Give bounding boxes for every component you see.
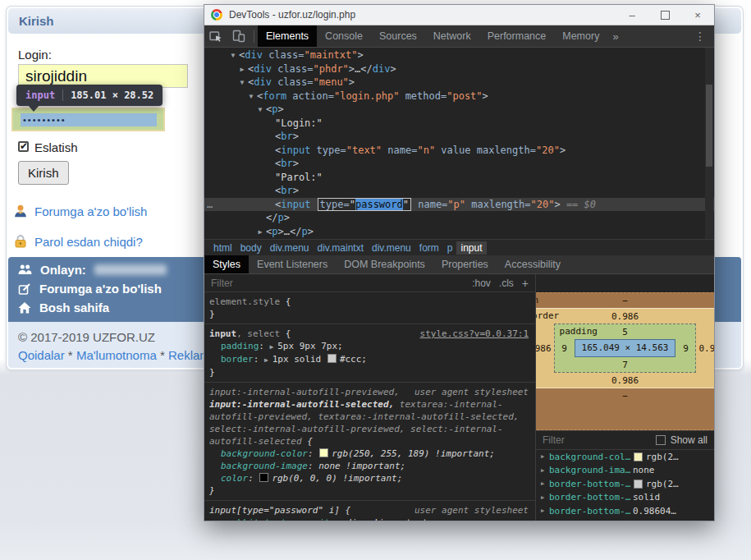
sidebar-tab-accessibility[interactable]: Accessibility [497,255,569,273]
footer-link[interactable]: Ma'lumotnoma [76,348,157,362]
login-label: Login: [18,48,52,62]
scrollbar-thumb[interactable] [706,85,712,167]
expand-arrow-icon[interactable]: ▶ [541,480,549,487]
panel-register-link[interactable]: Forumga a'zo bo'lish [39,282,162,296]
more-tabs-chevron[interactable]: » [607,30,623,43]
elements-tree-node[interactable]: ▶<p>…</p> [204,225,714,239]
chrome-icon [211,9,222,21]
close-button[interactable]: × [681,5,714,25]
expand-arrow-icon[interactable]: ▼ [246,90,256,104]
expand-arrow-icon[interactable]: ▶ [541,507,549,514]
expand-arrow-icon[interactable]: ▼ [255,103,265,117]
elements-tree-node[interactable]: <br> [204,157,714,171]
color-swatch[interactable] [634,452,643,461]
elements-tree-node[interactable]: <br> [204,184,714,198]
box-model-margin[interactable]: margin− − border0.986 0.986 padding5 9 [536,292,714,430]
breadcrumb-item[interactable]: p [443,241,457,255]
home-link[interactable]: Bosh sahifa [39,301,109,314]
breadcrumb-item[interactable]: div.maintxt [314,241,368,255]
lock-icon [13,234,28,249]
elements-tree-node[interactable]: </p> [204,211,714,225]
styles-filter-button[interactable]: + [522,277,529,290]
styles-filter-button[interactable]: .cls [499,278,514,289]
breadcrumb-item[interactable]: form [415,241,443,255]
remember-checkbox[interactable]: ✔ [18,141,29,152]
elements-tree-node[interactable]: "Parol:" [204,171,714,185]
computed-property-row[interactable]: ▶background-ima…none [536,464,714,478]
elements-tree-node[interactable]: ▼<div class="menu"> [204,76,714,90]
elements-tree-selected-node[interactable]: …<input type="password" name="p" maxleng… [204,198,714,212]
elements-tree-node[interactable]: ▼<p> [204,103,714,117]
minimize-button[interactable]: – [616,5,648,25]
computed-property-row[interactable]: ▶border-bottom-…rgb(2… [536,477,714,491]
color-swatch[interactable] [634,480,643,489]
show-all-checkbox[interactable] [656,435,666,445]
box-model-border[interactable]: border0.986 0.986 padding5 9 165.049 × 1… [536,308,714,388]
footer-link-separator: * [65,348,76,362]
login-submit-button[interactable]: Kirish [18,161,69,185]
sidebar-tab-styles[interactable]: Styles [204,255,249,273]
devtools-tab-elements[interactable]: Elements [258,25,317,47]
expand-arrow-icon[interactable]: ▶ [541,494,549,501]
show-all-label[interactable]: Show all [671,434,707,446]
sidebar-tab-dom-breakpoints[interactable]: DOM Breakpoints [336,255,433,273]
computed-property-row[interactable]: ▶border-bottom-…solid [536,491,714,505]
devtools-tab-network[interactable]: Network [425,25,479,47]
box-model-padding[interactable]: padding5 9 165.049 × 14.563 9 7 [554,324,697,373]
maximize-icon [661,11,670,20]
expand-arrow-icon[interactable]: ▼ [228,49,238,63]
elements-tree-node[interactable]: <input type="text" name="n" value maxlen… [204,144,714,158]
breadcrumb-item[interactable]: div.menu [266,241,314,255]
computed-property-row[interactable]: ▶background-col…rgb(2… [536,450,714,464]
elements-tree-node[interactable]: ▶<div class="phdr">…</div> [204,62,714,76]
color-swatch[interactable] [259,473,268,482]
device-toolbar-icon[interactable] [232,30,245,43]
breadcrumb-item[interactable]: body [236,241,266,255]
devtools-tab-memory[interactable]: Memory [554,25,607,47]
elements-tree-node[interactable]: ▼<form action="login.php" method="post"> [204,90,714,103]
css-rule-block[interactable]: input, select {style.css?v=0.0.37:1paddi… [204,324,535,383]
box-model-content[interactable]: 165.049 × 14.563 [575,339,676,357]
styles-filter-input[interactable]: Filter [211,278,464,289]
stylesheet-source-link[interactable]: style.css?v=0.0.37:1 [420,328,532,340]
tooltip-caret [28,105,39,112]
elements-tree-node[interactable]: "Login:" [204,117,714,131]
sidebar-tab-event-listeners[interactable]: Event Listeners [249,255,336,273]
devtools-titlebar[interactable]: DevTools - uzfor.uz/login.php – × [204,5,714,25]
devtools-tab-console[interactable]: Console [317,25,371,47]
remember-label[interactable]: Eslatish [34,140,78,154]
styles-filter-button[interactable]: :hov [472,278,491,289]
elements-tree-node[interactable]: ▼<div class="maintxt"> [204,48,714,62]
devtools-menu-kebab-icon[interactable]: ⋮ [686,30,714,43]
devtools-tab-sources[interactable]: Sources [371,25,425,47]
expand-arrow-icon[interactable]: ▶ [237,63,247,77]
breadcrumb-item[interactable]: input [456,241,486,255]
sidebar-tab-properties[interactable]: Properties [433,255,497,273]
css-rule-block[interactable]: input[type="password" i] {user agent sty… [204,501,535,521]
computed-property-name: border-bottom-… [549,492,633,503]
expand-arrow-icon[interactable]: ▶ [541,467,549,474]
footer-link[interactable]: Qoidalar [18,348,65,362]
computed-pane: margin− − border0.986 0.986 padding5 9 [536,274,714,521]
color-swatch[interactable] [327,354,337,363]
elements-scrollbar[interactable] [705,48,713,239]
css-rule-block[interactable]: input:-internal-autofill-previewed,user … [204,383,535,501]
breadcrumb-item[interactable]: html [209,241,236,255]
computed-property-name: border-bottom-… [549,479,633,489]
computed-filter-input[interactable]: Filter [543,434,656,446]
forgot-password-link[interactable]: Parol esdan chiqdi? [34,235,143,249]
maximize-button[interactable] [648,5,681,25]
devtools-toolbar: ElementsConsoleSourcesNetworkPerformance… [204,25,714,48]
css-rule-block[interactable]: element.style {} [204,292,535,324]
devtools-tab-performance[interactable]: Performance [479,25,555,47]
box-model-diagram: margin− − border0.986 0.986 padding5 9 [536,274,714,430]
color-swatch[interactable] [319,448,328,457]
elements-tree-node[interactable]: <br> [204,130,714,144]
expand-arrow-icon[interactable]: ▼ [237,76,247,90]
expand-arrow-icon[interactable]: ▶ [541,453,549,460]
register-link[interactable]: Forumga a'zo bo'lish [34,204,147,218]
inspect-element-icon[interactable] [209,30,222,43]
breadcrumb-item[interactable]: div.menu [368,241,415,255]
expand-arrow-icon[interactable]: ▶ [255,226,265,240]
computed-property-row[interactable]: ▶border-bottom-…0.98604… [536,504,714,518]
